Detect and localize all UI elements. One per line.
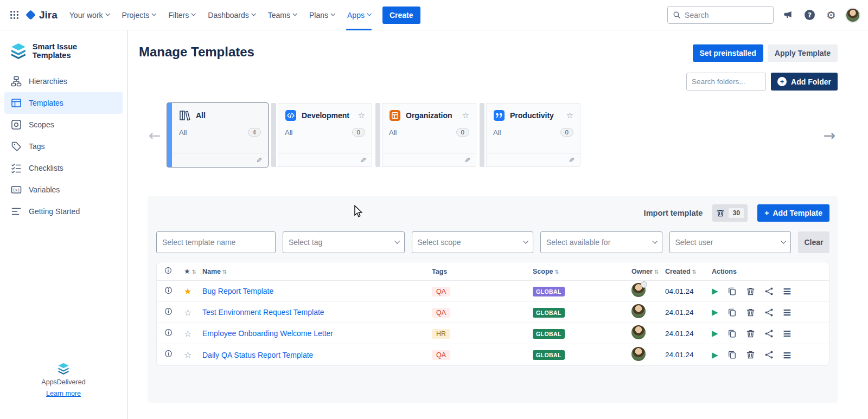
sidebar-item-templates[interactable]: Templates xyxy=(4,92,123,114)
star-column-header[interactable]: ★ xyxy=(184,267,190,275)
create-button[interactable]: Create xyxy=(382,7,420,24)
user-avatar[interactable] xyxy=(845,8,860,23)
copy-icon[interactable] xyxy=(727,308,737,317)
folder-card-organization[interactable]: Organization ☆ All 0 ✎ xyxy=(375,103,476,167)
bulk-trash-button[interactable]: 30 xyxy=(712,204,748,222)
global-search-input[interactable] xyxy=(685,11,768,20)
app-switcher-button[interactable] xyxy=(8,8,21,22)
nav-projects[interactable]: Projects xyxy=(116,0,162,30)
template-name-link[interactable]: Bug Report Template xyxy=(202,287,432,295)
run-template-icon[interactable]: ▶ xyxy=(712,307,718,317)
owner-avatar[interactable] xyxy=(631,304,646,318)
copy-icon[interactable] xyxy=(727,329,737,338)
appsdelivered-logo xyxy=(57,363,70,375)
owner-avatar[interactable] xyxy=(631,283,646,297)
import-template-button[interactable]: Import template xyxy=(644,209,703,217)
delete-icon[interactable] xyxy=(746,287,755,296)
favorite-star-icon[interactable]: ☆ xyxy=(184,307,192,318)
share-icon[interactable] xyxy=(764,287,774,296)
info-icon[interactable] xyxy=(164,328,173,337)
carousel-next-button[interactable]: → xyxy=(821,128,838,143)
template-name-link[interactable]: Employee Onboarding Welcome Letter xyxy=(202,329,432,338)
run-template-icon[interactable]: ▶ xyxy=(712,350,718,360)
add-folder-button[interactable]: + Add Folder xyxy=(771,73,838,91)
folder-search-input[interactable] xyxy=(686,73,766,91)
column-header-name[interactable]: Name⇅ xyxy=(202,268,432,275)
column-header-owner[interactable]: Owner⇅ xyxy=(631,268,665,275)
edit-folder-icon[interactable]: ✎ xyxy=(464,156,470,164)
jira-top-bar: Jira Your work Projects Filters Dashboar… xyxy=(0,0,868,30)
edit-folder-icon[interactable]: ✎ xyxy=(569,156,575,164)
sidebar-item-variables[interactable]: Variables xyxy=(4,179,123,201)
favorite-star-icon[interactable]: ☆ xyxy=(358,111,365,120)
sidebar-item-hierarchies[interactable]: Hierarchies xyxy=(4,70,123,92)
edit-folder-icon[interactable]: ✎ xyxy=(360,156,366,164)
template-name-link[interactable]: Test Environment Request Template xyxy=(202,308,432,317)
scope-icon xyxy=(11,119,22,130)
nav-your-work[interactable]: Your work xyxy=(63,0,116,30)
delete-icon[interactable] xyxy=(746,308,755,317)
trash-icon xyxy=(716,209,725,217)
copy-icon[interactable] xyxy=(727,287,737,296)
info-icon[interactable] xyxy=(164,307,173,315)
edit-folder-icon[interactable]: ✎ xyxy=(256,156,262,164)
folder-card-all[interactable]: All All 4 ✎ xyxy=(167,103,268,167)
favorite-star-icon[interactable]: ☆ xyxy=(184,328,192,339)
sidebar-item-getting-started[interactable]: Getting Started xyxy=(4,201,123,222)
nav-filters[interactable]: Filters xyxy=(162,0,201,30)
menu-icon[interactable]: ≡ xyxy=(783,328,792,339)
settings-button[interactable]: ⚙ xyxy=(824,8,838,23)
sidebar-item-tags[interactable]: Tags xyxy=(4,136,123,157)
apply-template-button[interactable]: Apply Template xyxy=(768,44,838,62)
share-icon[interactable] xyxy=(764,350,774,359)
template-name-link[interactable]: Daily QA Status Report Template xyxy=(202,351,432,359)
announcement-button[interactable] xyxy=(781,8,795,22)
run-template-icon[interactable]: ▶ xyxy=(712,328,718,338)
favorite-star-icon[interactable]: ☆ xyxy=(566,111,573,120)
favorite-star-icon[interactable]: ★ xyxy=(184,286,192,296)
carousel-prev-button[interactable]: ← xyxy=(146,128,163,143)
created-date: 24.01.24 xyxy=(665,308,712,317)
sidebar-item-scopes[interactable]: Scopes xyxy=(4,114,123,136)
column-header-created[interactable]: Created⇅ xyxy=(665,268,712,275)
nav-apps[interactable]: Apps xyxy=(341,0,377,30)
global-search[interactable] xyxy=(667,6,774,24)
delete-icon[interactable] xyxy=(746,329,755,338)
share-icon[interactable] xyxy=(764,308,774,317)
learn-more-link[interactable]: Learn more xyxy=(46,390,81,397)
tag-filter-select[interactable]: Select tag xyxy=(283,231,405,253)
clear-filters-button[interactable]: Clear xyxy=(798,231,829,253)
favorite-star-icon[interactable]: ☆ xyxy=(184,350,192,360)
set-preinstalled-button[interactable]: Set preinstalled xyxy=(693,44,763,62)
nav-teams[interactable]: Teams xyxy=(261,0,303,30)
column-header-scope[interactable]: Scope⇅ xyxy=(533,268,631,275)
folder-card-development[interactable]: Development ☆ All 0 ✎ xyxy=(271,103,372,167)
menu-icon[interactable]: ≡ xyxy=(783,307,792,318)
copy-icon[interactable] xyxy=(727,350,737,359)
chevron-down-icon xyxy=(105,11,110,16)
nav-plans[interactable]: Plans xyxy=(303,0,341,30)
help-button[interactable]: ? xyxy=(802,8,817,22)
menu-icon[interactable]: ≡ xyxy=(783,286,792,296)
jira-logo[interactable]: Jira xyxy=(24,9,58,21)
favorite-star-icon[interactable]: ☆ xyxy=(462,111,469,120)
nav-dashboards[interactable]: Dashboards xyxy=(201,0,261,30)
owner-avatar[interactable] xyxy=(631,347,646,361)
sidebar-item-checklists[interactable]: Checklists xyxy=(4,157,123,179)
scope-filter-select[interactable]: Select scope xyxy=(412,231,534,253)
available-for-filter-select[interactable]: Select available for xyxy=(540,231,662,253)
share-icon[interactable] xyxy=(764,329,774,338)
folder-name: Productivity xyxy=(510,111,554,120)
user-filter-select[interactable]: Select user xyxy=(669,231,792,253)
sort-icon: ⇅ xyxy=(555,269,559,275)
run-template-icon[interactable]: ▶ xyxy=(712,286,718,296)
owner-avatar[interactable] xyxy=(631,325,646,339)
template-name-filter-input[interactable] xyxy=(156,231,276,253)
info-icon[interactable] xyxy=(164,286,173,294)
sidebar-nav: Hierarchies Templates Scopes Tags Checkl… xyxy=(4,70,123,222)
folder-card-productivity[interactable]: Productivity ☆ All 0 ✎ xyxy=(480,103,580,167)
info-icon[interactable] xyxy=(164,350,173,358)
menu-icon[interactable]: ≡ xyxy=(783,350,792,360)
add-template-button[interactable]: + Add Template xyxy=(757,204,829,222)
delete-icon[interactable] xyxy=(746,350,755,359)
